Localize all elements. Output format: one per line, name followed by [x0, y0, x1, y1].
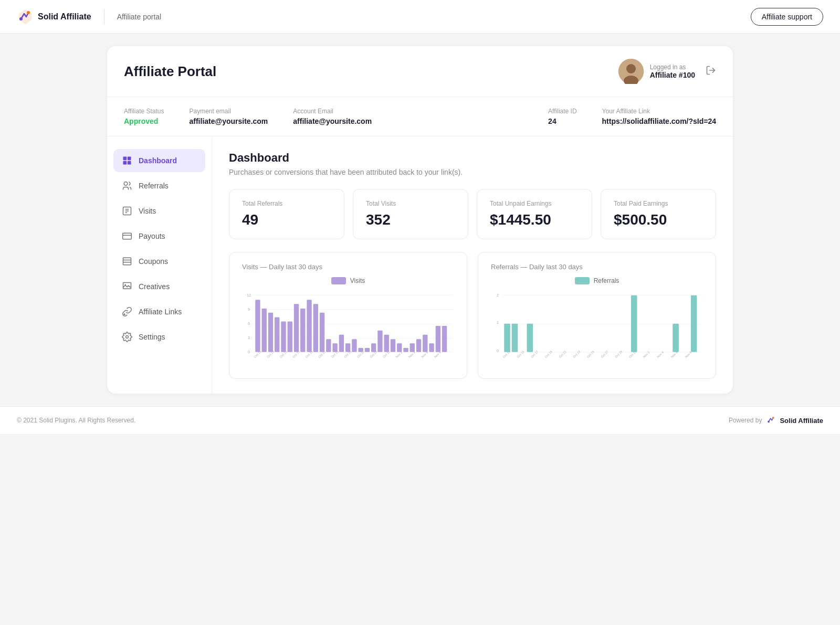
stat-value-paid: $500.50 — [614, 211, 703, 228]
affiliate-info-bar: Affiliate Status Approved Payment email … — [107, 97, 733, 136]
svg-rect-53 — [391, 339, 395, 352]
stats-grid: Total Referrals 49 Total Visits 352 Tota… — [229, 189, 716, 239]
account-email-label: Account Email — [293, 108, 372, 115]
svg-rect-9 — [123, 161, 127, 165]
svg-rect-59 — [429, 343, 434, 352]
svg-text:12: 12 — [247, 293, 251, 298]
logout-icon[interactable] — [706, 65, 716, 78]
stat-value-unpaid: $1445.50 — [490, 211, 579, 228]
svg-text:0: 0 — [497, 348, 499, 353]
visits-chart-card: Visits — Daily last 30 days Visits 12 9 … — [229, 252, 467, 379]
svg-rect-7 — [123, 157, 127, 161]
avatar — [618, 59, 644, 84]
visits-icon — [122, 206, 132, 216]
affiliate-id-item: Affiliate ID 24 — [548, 108, 576, 125]
svg-rect-85 — [527, 324, 533, 352]
affiliate-name: Affiliate #100 — [650, 71, 695, 79]
affiliate-id-label: Affiliate ID — [548, 108, 576, 115]
svg-point-21 — [126, 336, 129, 338]
svg-rect-87 — [673, 324, 679, 352]
stat-label-paid: Total Paid Earnings — [614, 200, 703, 207]
svg-text:Oct 25: Oct 25 — [586, 350, 595, 358]
svg-text:Nov 2: Nov 2 — [395, 351, 403, 358]
sidebar-coupons-label: Coupons — [139, 257, 168, 266]
logged-as-label: Logged in as — [650, 63, 695, 71]
portal-label: Affiliate portal — [117, 13, 162, 21]
svg-text:Nov 2: Nov 2 — [643, 351, 650, 358]
svg-text:1: 1 — [497, 320, 499, 325]
referrals-chart-title: Referrals — Daily last 30 days — [491, 263, 703, 271]
sidebar-item-settings[interactable]: Settings — [113, 325, 205, 348]
svg-rect-52 — [384, 335, 389, 352]
visits-chart-title: Visits — Daily last 30 days — [242, 263, 454, 271]
affiliate-support-button[interactable]: Affiliate support — [751, 8, 823, 26]
sidebar-item-dashboard[interactable]: Dashboard — [113, 149, 205, 172]
affiliate-status-label: Affiliate Status — [124, 108, 164, 115]
svg-rect-34 — [268, 313, 273, 352]
footer-logo: Solid Affiliate — [766, 415, 823, 426]
sidebar-item-visits[interactable]: Visits — [113, 199, 205, 223]
nav-divider — [104, 9, 104, 24]
svg-point-104 — [768, 421, 770, 423]
stat-value-visits: 352 — [366, 211, 455, 228]
sidebar-item-referrals[interactable]: Referrals — [113, 174, 205, 197]
svg-text:Oct 29: Oct 29 — [614, 350, 623, 358]
svg-rect-38 — [294, 304, 299, 352]
main-container: Affiliate Portal Logged in as Affiliate … — [94, 46, 746, 394]
sidebar-item-affiliate-links[interactable]: Affiliate Links — [113, 300, 205, 323]
svg-point-11 — [124, 182, 128, 186]
logo-icon — [17, 8, 34, 25]
stat-label-visits: Total Visits — [366, 200, 455, 207]
sidebar-item-payouts[interactable]: Payouts — [113, 225, 205, 248]
avatar-image — [618, 59, 644, 84]
sidebar-item-creatives[interactable]: Creatives — [113, 275, 205, 298]
sidebar-dashboard-label: Dashboard — [139, 156, 177, 165]
svg-rect-8 — [128, 157, 131, 161]
visits-chart-legend: Visits — [242, 277, 454, 284]
referrals-chart-area: 2 1 0 — [491, 291, 703, 368]
svg-rect-61 — [442, 326, 447, 352]
payment-email-item: Payment email affiliate@yoursite.com — [190, 108, 268, 125]
svg-rect-13 — [123, 233, 132, 239]
sidebar-referrals-label: Referrals — [139, 182, 169, 190]
referrals-legend-label: Referrals — [594, 277, 620, 284]
stat-card-visits: Total Visits 352 — [353, 189, 468, 239]
stat-card-unpaid: Total Unpaid Earnings $1445.50 — [477, 189, 592, 239]
account-email-item: Account Email affiliate@yoursite.com — [293, 108, 372, 125]
footer: © 2021 Solid Plugins. All Rights Reserve… — [0, 406, 840, 434]
coupons-icon — [122, 256, 132, 267]
svg-point-2 — [19, 17, 23, 20]
svg-rect-54 — [397, 343, 402, 352]
svg-text:Oct 23: Oct 23 — [572, 350, 581, 358]
affiliate-status-value: Approved — [124, 117, 164, 125]
user-info: Logged in as Affiliate #100 — [618, 59, 716, 84]
svg-rect-36 — [281, 321, 286, 352]
svg-text:Nov 8: Nov 8 — [685, 351, 692, 358]
section-description: Purchases or conversions that have been … — [229, 168, 716, 176]
footer-copyright: © 2021 Solid Plugins. All Rights Reserve… — [17, 417, 135, 424]
payment-email-label: Payment email — [190, 108, 268, 115]
sidebar: Dashboard Referrals — [107, 136, 212, 394]
portal-header: Affiliate Portal Logged in as Affiliate … — [107, 46, 733, 97]
svg-rect-45 — [339, 335, 344, 352]
affiliate-link-label: Your Affiliate Link — [602, 108, 716, 115]
stat-label-referrals: Total Referrals — [242, 200, 331, 207]
svg-rect-37 — [288, 321, 292, 352]
stat-value-referrals: 49 — [242, 211, 331, 228]
sidebar-item-coupons[interactable]: Coupons — [113, 250, 205, 273]
sidebar-visits-label: Visits — [139, 207, 156, 215]
svg-rect-55 — [403, 348, 408, 352]
svg-rect-18 — [123, 283, 131, 289]
creatives-icon — [122, 281, 132, 292]
visits-legend-label: Visits — [350, 277, 365, 284]
svg-rect-60 — [436, 326, 440, 352]
svg-point-103 — [772, 417, 774, 419]
affiliate-id-value: 24 — [548, 117, 576, 125]
svg-rect-40 — [307, 300, 311, 352]
sidebar-payouts-label: Payouts — [139, 232, 165, 240]
affiliate-link-item: Your Affiliate Link https://solidaffilia… — [602, 108, 716, 125]
sidebar-creatives-label: Creatives — [139, 282, 170, 291]
affiliate-link-value: https://solidaffiliate.com/?sId=24 — [602, 117, 716, 125]
svg-rect-57 — [416, 339, 421, 352]
logo: Solid Affiliate — [17, 8, 91, 25]
